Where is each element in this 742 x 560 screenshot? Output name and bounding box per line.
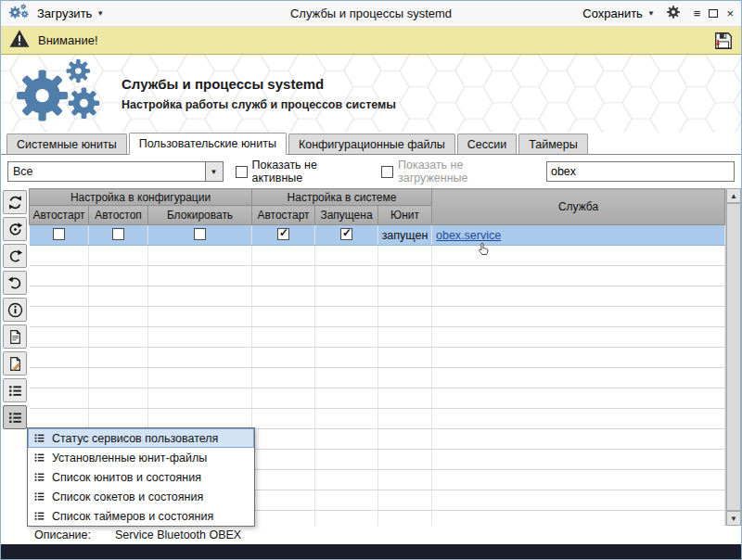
show-inactive-checkbox[interactable]: Показать не активные bbox=[236, 159, 369, 185]
chevron-down-icon[interactable]: ▼ bbox=[205, 162, 223, 181]
main-area: Настройка в конфигурации Настройка в сис… bbox=[1, 188, 741, 526]
list-icon bbox=[33, 432, 45, 444]
list-button[interactable] bbox=[3, 378, 27, 402]
menu-item-sockets-list[interactable]: Список сокетов и состояния bbox=[28, 487, 254, 506]
column-header: Автостарт bbox=[30, 206, 89, 225]
status-popup-menu: Статус сервисов пользователя Установленн… bbox=[27, 427, 255, 527]
chevron-down-icon: ▼ bbox=[96, 9, 104, 18]
load-button-label: Загрузить bbox=[37, 6, 92, 20]
column-header: Юнит bbox=[378, 206, 432, 225]
page-subtitle: Настройка работы служб и процессов систе… bbox=[122, 98, 396, 111]
column-header-service: Служба bbox=[432, 189, 725, 225]
close-button[interactable]: × bbox=[726, 7, 734, 19]
menu-item-label: Список таймеров и состояния bbox=[52, 510, 213, 523]
system-autostart-checkbox[interactable] bbox=[277, 228, 289, 240]
app-window: Службы и процессы systemd Загрузить ▼ Со… bbox=[0, 0, 742, 560]
save-button[interactable]: Сохранить ▼ bbox=[582, 6, 655, 20]
group-header-system: Настройка в системе bbox=[252, 189, 432, 206]
list-icon bbox=[33, 510, 45, 522]
tab-sessions[interactable]: Сессии bbox=[457, 134, 517, 154]
save-button-label: Сохранить bbox=[582, 6, 643, 20]
column-header: Блокировать bbox=[148, 206, 252, 225]
restart-button[interactable] bbox=[3, 217, 27, 241]
empty-row bbox=[30, 266, 725, 286]
info-button[interactable] bbox=[3, 298, 27, 322]
tab-user-units[interactable]: Пользовательские юниты bbox=[129, 133, 287, 155]
show-unloaded-checkbox: Показать не загруженные bbox=[381, 159, 534, 185]
tab-timers[interactable]: Таймеры bbox=[518, 134, 588, 154]
unit-state: запущен bbox=[378, 225, 432, 246]
warning-label: Внимание! bbox=[38, 33, 98, 47]
description-value: Service Bluetooth OBEX bbox=[115, 528, 241, 541]
menu-item-installed-unit-files[interactable]: Установленные юнит-файлы bbox=[28, 448, 254, 467]
checkbox-box[interactable] bbox=[236, 166, 248, 178]
tab-label: Системные юниты bbox=[17, 138, 117, 151]
tab-label: Сессии bbox=[467, 138, 506, 151]
warning-icon bbox=[8, 29, 31, 52]
gears-logo bbox=[14, 55, 109, 133]
empty-row bbox=[30, 348, 725, 368]
settings-gear-icon[interactable] bbox=[666, 5, 681, 23]
file-edit-button[interactable] bbox=[3, 351, 27, 375]
checkbox-box bbox=[381, 166, 393, 178]
list-icon bbox=[33, 452, 45, 464]
tab-bar: Системные юниты Пользовательские юниты К… bbox=[1, 133, 741, 155]
hand-cursor-icon bbox=[476, 240, 492, 262]
config-autostop-checkbox[interactable] bbox=[112, 228, 124, 240]
menu-item-label: Список сокетов и состояния bbox=[52, 490, 203, 503]
scrollbar-thumb[interactable] bbox=[726, 203, 741, 511]
left-toolbar bbox=[1, 188, 29, 526]
window-menu-icon[interactable]: ≡ bbox=[694, 7, 701, 19]
menu-item-label: Список юнитов и состояния bbox=[52, 471, 201, 484]
tab-config-files[interactable]: Конфигурационные файлы bbox=[288, 134, 455, 154]
menu-item-label: Статус сервисов пользователя bbox=[52, 432, 218, 445]
menu-item-units-list[interactable]: Список юнитов и состояния bbox=[28, 467, 254, 487]
save-floppy-icon[interactable] bbox=[713, 31, 734, 51]
scroll-up-button[interactable]: ▲ bbox=[726, 188, 741, 203]
combobox-value: Все bbox=[8, 165, 205, 178]
menu-item-user-services-status[interactable]: Статус сервисов пользователя bbox=[28, 428, 254, 448]
undo-button[interactable] bbox=[3, 271, 27, 295]
empty-row bbox=[30, 307, 725, 327]
empty-row bbox=[30, 388, 725, 409]
config-autostart-checkbox[interactable] bbox=[53, 228, 65, 240]
page-header: Службы и процессы systemd Настройка рабо… bbox=[1, 55, 741, 133]
file-button[interactable] bbox=[3, 325, 27, 349]
scrollbar-track[interactable] bbox=[726, 203, 741, 511]
menu-item-label: Установленные юнит-файлы bbox=[52, 452, 207, 465]
tab-system-units[interactable]: Системные юниты bbox=[6, 134, 127, 154]
column-header: Автостоп bbox=[89, 206, 148, 225]
column-header: Автостарт bbox=[252, 206, 315, 225]
tab-label: Конфигурационные файлы bbox=[299, 138, 445, 151]
empty-row bbox=[30, 246, 725, 266]
load-button[interactable]: Загрузить ▼ bbox=[37, 6, 104, 20]
table-row[interactable]: запущен obex.service bbox=[30, 225, 725, 246]
refresh-button[interactable] bbox=[3, 190, 27, 214]
empty-row bbox=[30, 368, 725, 388]
maximize-button[interactable] bbox=[709, 9, 718, 18]
empty-row bbox=[30, 409, 725, 429]
column-header: Запущена bbox=[315, 206, 378, 225]
status-list-button[interactable] bbox=[3, 405, 27, 429]
scroll-down-button[interactable]: ▼ bbox=[726, 511, 741, 526]
chevron-down-icon: ▼ bbox=[647, 9, 655, 18]
status-bar: Описание: Service Bluetooth OBEX bbox=[1, 526, 741, 544]
search-input[interactable] bbox=[546, 161, 735, 182]
tab-label: Таймеры bbox=[529, 138, 578, 151]
redo-button[interactable] bbox=[3, 244, 27, 268]
config-block-checkbox[interactable] bbox=[194, 228, 206, 240]
warning-bar: Внимание! bbox=[1, 27, 741, 55]
system-running-checkbox[interactable] bbox=[340, 228, 352, 240]
menu-item-timers-list[interactable]: Список таймеров и состояния bbox=[28, 506, 254, 526]
title-bar: Службы и процессы systemd Загрузить ▼ Со… bbox=[1, 1, 741, 27]
list-icon bbox=[33, 471, 45, 483]
page-title: Службы и процессы systemd bbox=[122, 76, 396, 92]
checkbox-label: Показать не активные bbox=[252, 159, 369, 185]
filter-combobox[interactable]: Все ▼ bbox=[7, 161, 224, 182]
tab-label: Пользовательские юниты bbox=[139, 137, 276, 150]
bottom-strip bbox=[1, 544, 741, 559]
vertical-scrollbar[interactable]: ▲ ▼ bbox=[725, 188, 741, 526]
filter-bar: Все ▼ Показать не активные Показать не з… bbox=[1, 155, 741, 188]
empty-row bbox=[30, 286, 725, 307]
checkbox-label: Показать не загруженные bbox=[398, 159, 534, 185]
